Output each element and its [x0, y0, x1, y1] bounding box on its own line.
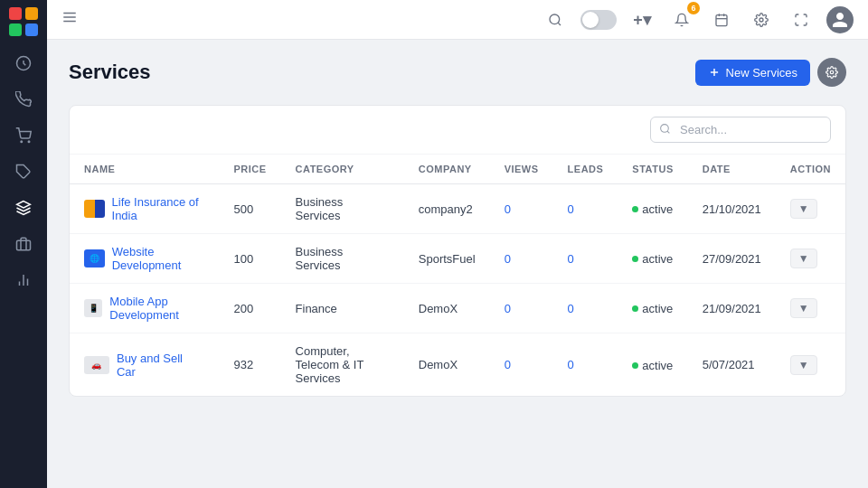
- status-dot: [632, 256, 638, 262]
- app-logo[interactable]: [9, 7, 38, 36]
- service-price: 932: [219, 333, 280, 397]
- table-row: 🚗 Buy and Sell Car 932 Computer, Telecom…: [70, 333, 845, 397]
- services-table-card: NAME PRICE CATEGORY COMPANY VIEWS LEADS …: [69, 105, 846, 397]
- table-row: Life Insurance of India 500 Business Ser…: [70, 184, 845, 234]
- page-title: Services: [69, 61, 151, 84]
- service-status: active: [618, 284, 687, 333]
- service-date: 27/09/2021: [688, 234, 776, 284]
- new-services-button[interactable]: New Services: [695, 60, 810, 86]
- service-company: SportsFuel: [404, 234, 490, 284]
- service-price: 200: [219, 284, 280, 333]
- search-icon[interactable]: [541, 5, 570, 34]
- service-name-link[interactable]: Mobile App Development: [109, 295, 204, 322]
- service-name-cell: 🚗 Buy and Sell Car: [70, 333, 219, 397]
- menu-icon[interactable]: [61, 9, 78, 30]
- search-input[interactable]: [650, 117, 831, 143]
- svg-point-24: [661, 124, 669, 132]
- service-company: DemoX: [404, 284, 490, 333]
- service-leads: 0: [553, 184, 618, 234]
- content-area: Services New Services: [47, 40, 868, 488]
- service-name-cell: 📱 Mobile App Development: [70, 284, 219, 333]
- toggle-switch[interactable]: [580, 10, 617, 30]
- svg-point-20: [760, 18, 763, 22]
- service-action: ▼: [776, 284, 845, 333]
- svg-rect-2: [9, 23, 22, 36]
- status-dot: [632, 362, 638, 369]
- action-button[interactable]: ▼: [790, 355, 817, 375]
- sidebar-item-dashboard[interactable]: [7, 47, 40, 80]
- status-dot: [632, 305, 638, 312]
- col-company: COMPANY: [404, 155, 490, 184]
- col-action: ACTION: [776, 155, 845, 184]
- calendar-icon[interactable]: [707, 5, 736, 34]
- service-action: ▼: [776, 184, 845, 234]
- svg-rect-8: [17, 240, 31, 250]
- fullscreen-icon[interactable]: [787, 5, 816, 34]
- action-button[interactable]: ▼: [790, 298, 817, 318]
- col-views: VIEWS: [490, 155, 553, 184]
- search-wrap: [650, 117, 831, 143]
- sidebar-item-cart[interactable]: [7, 119, 40, 152]
- search-input-icon: [659, 123, 671, 137]
- service-status: active: [618, 333, 687, 397]
- col-name: NAME: [70, 155, 219, 184]
- svg-point-6: [28, 141, 30, 143]
- settings-icon[interactable]: [747, 5, 776, 34]
- service-name-link[interactable]: Buy and Sell Car: [117, 352, 204, 379]
- action-button[interactable]: ▼: [790, 199, 817, 219]
- service-name-link[interactable]: Website Development: [112, 245, 205, 272]
- status-label: active: [642, 252, 673, 266]
- notification-count: 6: [687, 2, 700, 14]
- service-name-link[interactable]: Life Insurance of India: [112, 195, 205, 222]
- col-price: PRICE: [219, 155, 280, 184]
- sidebar-item-products[interactable]: [7, 155, 40, 188]
- service-company: DemoX: [404, 333, 490, 397]
- service-category: Business Services: [281, 184, 404, 234]
- service-category: Business Services: [281, 234, 404, 284]
- svg-rect-16: [716, 14, 727, 25]
- service-views: 0: [490, 184, 553, 234]
- service-category: Finance: [281, 284, 404, 333]
- sidebar: [0, 0, 47, 488]
- service-status: active: [618, 234, 687, 284]
- status-dot: [632, 206, 638, 212]
- sidebar-item-analytics[interactable]: [7, 264, 40, 296]
- page-header: Services New Services: [69, 58, 846, 87]
- table-settings-button[interactable]: [817, 58, 846, 87]
- header-actions: New Services: [695, 58, 846, 87]
- service-leads: 0: [553, 234, 618, 284]
- svg-point-23: [830, 70, 834, 74]
- services-table: NAME PRICE CATEGORY COMPANY VIEWS LEADS …: [70, 155, 845, 396]
- svg-rect-0: [9, 7, 22, 20]
- status-label: active: [642, 202, 673, 216]
- add-icon[interactable]: +▾: [627, 5, 656, 34]
- col-category: CATEGORY: [281, 155, 404, 184]
- service-name-cell: 🌐 Website Development: [70, 234, 219, 284]
- service-category: Computer, Telecom & IT Services: [281, 333, 404, 397]
- service-date: 21/09/2021: [688, 284, 776, 333]
- service-leads: 0: [553, 284, 618, 333]
- service-name-cell: Life Insurance of India: [70, 184, 219, 234]
- action-button[interactable]: ▼: [790, 249, 817, 268]
- sidebar-item-services[interactable]: [7, 192, 40, 224]
- col-date: DATE: [688, 155, 776, 184]
- sidebar-item-briefcase[interactable]: [7, 228, 40, 260]
- table-toolbar: [70, 106, 845, 155]
- notifications-icon[interactable]: 6: [667, 5, 696, 34]
- svg-point-5: [21, 141, 23, 143]
- service-views: 0: [490, 234, 553, 284]
- svg-rect-3: [25, 23, 38, 36]
- service-company: company2: [404, 184, 490, 234]
- service-action: ▼: [776, 234, 845, 284]
- sidebar-item-phone[interactable]: [7, 83, 40, 116]
- topbar: +▾ 6: [47, 0, 868, 40]
- table-row: 🌐 Website Development 100 Business Servi…: [70, 234, 845, 284]
- col-leads: LEADS: [553, 155, 618, 184]
- avatar[interactable]: [826, 6, 854, 33]
- service-views: 0: [490, 284, 553, 333]
- service-status: active: [618, 184, 687, 234]
- service-price: 100: [219, 234, 280, 284]
- service-views: 0: [490, 333, 553, 397]
- service-action: ▼: [776, 333, 845, 397]
- col-status: STATUS: [618, 155, 687, 184]
